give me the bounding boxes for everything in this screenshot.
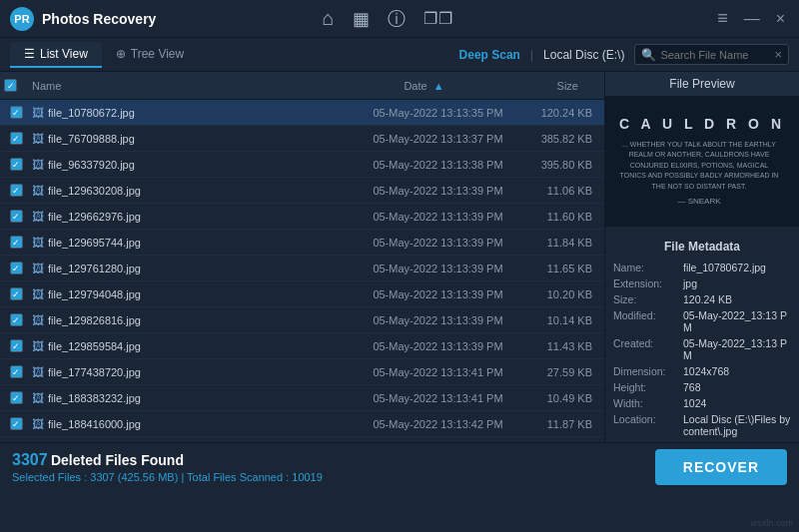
file-icon: 🖼 [32, 339, 44, 353]
meta-value: Local Disc (E:\)Files by content\.jpg [683, 413, 791, 437]
table-row[interactable]: 🖼 file_129761280.jpg 05-May-2022 13:13:3… [0, 256, 604, 281]
meta-label: Size: [613, 293, 683, 305]
row-checkbox[interactable] [10, 287, 23, 300]
meta-label: Dimension: [613, 365, 683, 377]
tab-tree-view[interactable]: ⊕ Tree View [102, 42, 198, 68]
main-area: Name Date ▲ Size 🖼 file_10780672.jpg 05-… [0, 72, 799, 442]
table-row[interactable]: 🖼 file_129826816.jpg 05-May-2022 13:13:3… [0, 307, 604, 333]
file-icon: 🖼 [32, 132, 44, 146]
apps-icon[interactable]: ❐❐ [423, 9, 453, 28]
meta-label: Extension: [613, 277, 683, 289]
table-row[interactable]: 🖼 file_129695744.jpg 05-May-2022 13:13:3… [0, 230, 604, 256]
table-row[interactable]: 🖼 file_177438720.jpg 05-May-2022 13:13:4… [0, 359, 604, 385]
local-disc-label: Local Disc (E:\) [543, 48, 624, 62]
file-name: file_129859584.jpg [48, 340, 356, 352]
file-name: file_129662976.jpg [48, 211, 356, 223]
meta-label: Height: [613, 381, 683, 393]
row-checkbox[interactable] [10, 132, 23, 145]
file-date: 05-May-2022 13:13:41 PM [356, 392, 520, 404]
info-icon[interactable]: ⓘ [388, 7, 405, 31]
minimize-button[interactable]: — [740, 10, 764, 28]
metadata-rows: Name: file_10780672.jpg Extension: jpg S… [613, 262, 791, 437]
close-button[interactable]: × [772, 10, 789, 28]
row-checkbox[interactable] [10, 417, 23, 430]
status-bar: 3307 Deleted Files Found Selected Files … [0, 442, 799, 490]
recover-button[interactable]: RECOVER [655, 449, 787, 485]
row-checkbox[interactable] [10, 184, 23, 197]
meta-label: Width: [613, 397, 683, 409]
file-date: 05-May-2022 13:13:42 PM [356, 418, 520, 430]
table-row[interactable]: 🖼 file_129794048.jpg 05-May-2022 13:13:3… [0, 281, 604, 307]
search-box: 🔍 × [634, 44, 789, 65]
meta-label: Created: [613, 337, 683, 361]
row-checkbox[interactable] [10, 158, 23, 171]
file-name: file_96337920.jpg [48, 159, 356, 171]
table-row[interactable]: 🖼 file_10780672.jpg 05-May-2022 13:13:35… [0, 100, 604, 126]
file-name: file_129695744.jpg [48, 237, 356, 249]
file-size: 11.65 KB [520, 263, 600, 274]
meta-label: Name: [613, 262, 683, 273]
file-list: Name Date ▲ Size 🖼 file_10780672.jpg 05-… [0, 72, 604, 442]
meta-row: Location: Local Disc (E:\)Files by conte… [613, 413, 791, 437]
meta-row: Size: 120.24 KB [613, 293, 791, 305]
home-icon[interactable]: ⌂ [323, 7, 335, 30]
row-checkbox[interactable] [10, 236, 23, 249]
file-date: 05-May-2022 13:13:39 PM [356, 185, 520, 197]
scan-icon[interactable]: ▦ [353, 8, 370, 30]
deep-scan-label[interactable]: Deep Scan [459, 48, 520, 62]
file-name: file_129826816.jpg [48, 314, 356, 326]
file-icon: 🖼 [32, 391, 44, 405]
list-header: Name Date ▲ Size [0, 72, 604, 100]
tab-list-view[interactable]: ☰ List View [10, 42, 102, 68]
file-list-body[interactable]: 🖼 file_10780672.jpg 05-May-2022 13:13:35… [0, 100, 604, 442]
deleted-count: 3307 [12, 451, 48, 468]
file-date: 05-May-2022 13:13:35 PM [356, 107, 520, 119]
watermark: wsxfn.com [750, 518, 793, 528]
file-name: file_76709888.jpg [48, 133, 356, 145]
table-row[interactable]: 🖼 file_188383232.jpg 05-May-2022 13:13:4… [0, 385, 604, 411]
meta-value: 05-May-2022_13:13 PM [683, 337, 791, 361]
meta-value: 768 [683, 381, 791, 393]
table-row[interactable]: 🖼 file_188481536.jpg 05-May-2022 13:13:4… [0, 437, 604, 442]
window-controls: ≡ — × [713, 8, 789, 29]
table-row[interactable]: 🖼 file_76709888.jpg 05-May-2022 13:13:37… [0, 126, 604, 152]
meta-row: Width: 1024 [613, 397, 791, 409]
file-date: 05-May-2022 13:13:39 PM [356, 314, 520, 326]
file-date: 05-May-2022 13:13:39 PM [356, 237, 520, 249]
file-name: file_129794048.jpg [48, 288, 356, 300]
row-checkbox[interactable] [10, 339, 23, 352]
file-date: 05-May-2022 13:13:39 PM [356, 211, 520, 223]
sort-arrow: ▲ [433, 80, 444, 92]
table-row[interactable]: 🖼 file_129630208.jpg 05-May-2022 13:13:3… [0, 178, 604, 204]
file-size: 11.06 KB [520, 185, 600, 197]
meta-value: 1024 [683, 397, 791, 409]
file-icon: 🖼 [32, 417, 44, 431]
file-size: 10.14 KB [520, 314, 600, 326]
table-row[interactable]: 🖼 file_188416000.jpg 05-May-2022 13:13:4… [0, 411, 604, 437]
file-size: 11.60 KB [520, 211, 600, 223]
search-input[interactable] [660, 49, 770, 61]
file-date: 05-May-2022 13:13:41 PM [356, 366, 520, 378]
file-size: 11.87 KB [520, 418, 600, 430]
metadata-section: File Metadata Name: file_10780672.jpg Ex… [605, 227, 799, 442]
menu-icon[interactable]: ≡ [713, 8, 732, 29]
row-checkbox[interactable] [10, 313, 23, 326]
row-checkbox[interactable] [10, 106, 23, 119]
cauldron-body: ... WHETHER YOU TALK ABOUT THE EARTHLY R… [619, 140, 779, 209]
file-icon: 🖼 [32, 236, 44, 250]
table-row[interactable]: 🖼 file_96337920.jpg 05-May-2022 13:13:38… [0, 152, 604, 178]
table-row[interactable]: 🖼 file_129662976.jpg 05-May-2022 13:13:3… [0, 204, 604, 230]
select-all-checkbox[interactable] [4, 79, 17, 92]
row-checkbox[interactable] [10, 391, 23, 404]
table-row[interactable]: 🖼 file_129859584.jpg 05-May-2022 13:13:3… [0, 333, 604, 359]
search-clear-icon[interactable]: × [774, 47, 782, 62]
row-checkbox[interactable] [10, 365, 23, 378]
title-bar: PR Photos Recovery ⌂ ▦ ⓘ ❐❐ ≡ — × [0, 0, 799, 38]
row-checkbox[interactable] [10, 210, 23, 223]
list-view-icon: ☰ [24, 47, 35, 61]
status-sub: Selected Files : 3307 (425.56 MB) | Tota… [12, 471, 655, 483]
row-checkbox[interactable] [10, 262, 23, 274]
file-date: 05-May-2022 13:13:37 PM [356, 133, 520, 145]
file-date: 05-May-2022 13:13:39 PM [356, 263, 520, 274]
meta-label: Modified: [613, 309, 683, 333]
